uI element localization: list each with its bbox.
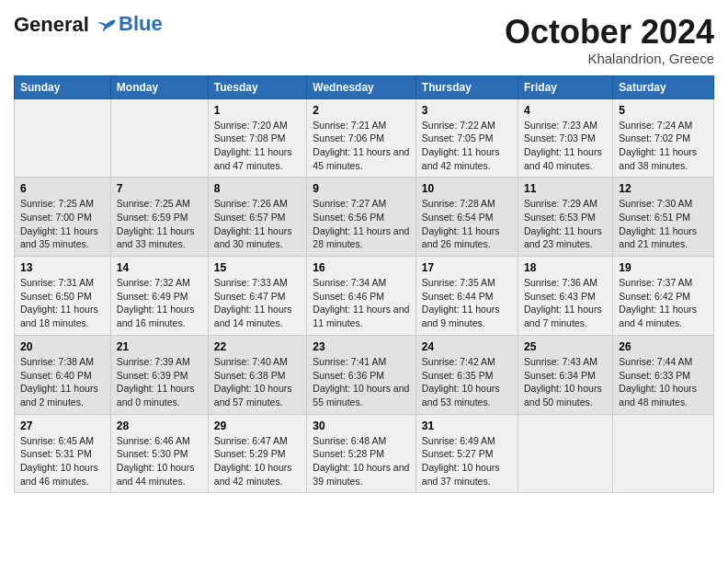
day-number: 31 [422, 419, 512, 432]
calendar-cell: 10Sunrise: 7:28 AMSunset: 6:54 PMDayligh… [415, 178, 518, 257]
day-info: Sunrise: 7:35 AMSunset: 6:44 PMDaylight:… [422, 276, 512, 330]
day-number: 4 [524, 104, 607, 117]
day-number: 24 [422, 340, 512, 353]
calendar-cell: 3Sunrise: 7:22 AMSunset: 7:05 PMDaylight… [415, 98, 518, 178]
day-info: Sunrise: 6:48 AMSunset: 5:28 PMDaylight:… [313, 434, 410, 488]
calendar-cell: 17Sunrise: 7:35 AMSunset: 6:44 PMDayligh… [415, 257, 518, 336]
day-info: Sunrise: 7:25 AMSunset: 7:00 PMDaylight:… [20, 197, 105, 251]
week-row: 6Sunrise: 7:25 AMSunset: 7:00 PMDaylight… [15, 178, 714, 257]
day-number: 5 [619, 104, 708, 117]
day-number: 27 [20, 419, 105, 432]
calendar-cell: 7Sunrise: 7:25 AMSunset: 6:59 PMDaylight… [110, 178, 208, 257]
day-number: 18 [524, 261, 607, 274]
calendar-cell: 22Sunrise: 7:40 AMSunset: 6:38 PMDayligh… [208, 335, 306, 414]
calendar-header-row: SundayMondayTuesdayWednesdayThursdayFrid… [15, 75, 714, 98]
calendar-cell [110, 98, 208, 178]
calendar-cell: 27Sunrise: 6:45 AMSunset: 5:31 PMDayligh… [15, 414, 111, 493]
day-info: Sunrise: 7:25 AMSunset: 6:59 PMDaylight:… [117, 197, 202, 251]
calendar-cell: 11Sunrise: 7:29 AMSunset: 6:53 PMDayligh… [518, 178, 613, 257]
day-info: Sunrise: 7:27 AMSunset: 6:56 PMDaylight:… [313, 197, 410, 251]
day-number: 16 [313, 261, 410, 274]
calendar-cell: 6Sunrise: 7:25 AMSunset: 7:00 PMDaylight… [15, 178, 111, 257]
location: Khalandrion, Greece [505, 51, 714, 66]
day-info: Sunrise: 7:41 AMSunset: 6:36 PMDaylight:… [313, 355, 410, 409]
calendar-cell: 9Sunrise: 7:27 AMSunset: 6:56 PMDaylight… [307, 178, 416, 257]
calendar-cell: 13Sunrise: 7:31 AMSunset: 6:50 PMDayligh… [15, 257, 111, 336]
day-info: Sunrise: 6:45 AMSunset: 5:31 PMDaylight:… [20, 434, 105, 488]
day-info: Sunrise: 7:43 AMSunset: 6:34 PMDaylight:… [524, 355, 607, 409]
day-number: 12 [619, 182, 708, 195]
day-number: 6 [20, 182, 105, 195]
week-row: 20Sunrise: 7:38 AMSunset: 6:40 PMDayligh… [15, 335, 714, 414]
calendar-cell [613, 414, 714, 493]
day-number: 21 [117, 340, 202, 353]
weekday-header: Monday [110, 75, 208, 98]
calendar-cell: 21Sunrise: 7:39 AMSunset: 6:39 PMDayligh… [110, 335, 208, 414]
title-block: October 2024 Khalandrion, Greece [505, 14, 714, 66]
day-info: Sunrise: 7:44 AMSunset: 6:33 PMDaylight:… [619, 355, 708, 409]
day-number: 10 [422, 182, 512, 195]
day-number: 1 [214, 104, 301, 117]
logo-bird-icon [97, 16, 117, 36]
logo-text: General [14, 14, 117, 36]
day-info: Sunrise: 7:34 AMSunset: 6:46 PMDaylight:… [313, 276, 410, 330]
day-info: Sunrise: 7:20 AMSunset: 7:08 PMDaylight:… [214, 119, 301, 173]
day-number: 17 [422, 261, 512, 274]
calendar-cell: 23Sunrise: 7:41 AMSunset: 6:36 PMDayligh… [307, 335, 416, 414]
logo-general: General [14, 13, 89, 36]
day-number: 25 [524, 340, 607, 353]
day-info: Sunrise: 7:40 AMSunset: 6:38 PMDaylight:… [214, 355, 301, 409]
day-number: 28 [117, 419, 202, 432]
weekday-header: Wednesday [307, 75, 416, 98]
weekday-header: Tuesday [208, 75, 306, 98]
day-info: Sunrise: 7:38 AMSunset: 6:40 PMDaylight:… [20, 355, 105, 409]
day-info: Sunrise: 7:22 AMSunset: 7:05 PMDaylight:… [422, 119, 512, 173]
header: General Blue October 2024 Khalandrion, G… [14, 14, 714, 66]
day-number: 14 [117, 261, 202, 274]
day-number: 15 [214, 261, 301, 274]
calendar-cell: 31Sunrise: 6:49 AMSunset: 5:27 PMDayligh… [415, 414, 518, 493]
day-info: Sunrise: 7:42 AMSunset: 6:35 PMDaylight:… [422, 355, 512, 409]
week-row: 13Sunrise: 7:31 AMSunset: 6:50 PMDayligh… [15, 257, 714, 336]
calendar-cell: 8Sunrise: 7:26 AMSunset: 6:57 PMDaylight… [208, 178, 306, 257]
calendar-cell: 18Sunrise: 7:36 AMSunset: 6:43 PMDayligh… [518, 257, 613, 336]
day-info: Sunrise: 7:31 AMSunset: 6:50 PMDaylight:… [20, 276, 105, 330]
day-info: Sunrise: 7:30 AMSunset: 6:51 PMDaylight:… [619, 197, 708, 251]
day-number: 3 [422, 104, 512, 117]
logo: General Blue [14, 14, 163, 36]
calendar-cell [15, 98, 111, 178]
logo-blue: Blue [119, 13, 163, 35]
day-info: Sunrise: 6:46 AMSunset: 5:30 PMDaylight:… [117, 434, 202, 488]
weekday-header: Sunday [15, 75, 111, 98]
calendar-cell: 20Sunrise: 7:38 AMSunset: 6:40 PMDayligh… [15, 335, 111, 414]
calendar-cell: 14Sunrise: 7:32 AMSunset: 6:49 PMDayligh… [110, 257, 208, 336]
day-number: 22 [214, 340, 301, 353]
day-number: 26 [619, 340, 708, 353]
calendar-cell: 19Sunrise: 7:37 AMSunset: 6:42 PMDayligh… [613, 257, 714, 336]
week-row: 1Sunrise: 7:20 AMSunset: 7:08 PMDaylight… [15, 98, 714, 178]
calendar-cell: 29Sunrise: 6:47 AMSunset: 5:29 PMDayligh… [208, 414, 306, 493]
day-info: Sunrise: 7:32 AMSunset: 6:49 PMDaylight:… [117, 276, 202, 330]
calendar-cell: 4Sunrise: 7:23 AMSunset: 7:03 PMDaylight… [518, 98, 613, 178]
day-number: 23 [313, 340, 410, 353]
calendar-cell: 25Sunrise: 7:43 AMSunset: 6:34 PMDayligh… [518, 335, 613, 414]
day-number: 11 [524, 182, 607, 195]
day-number: 29 [214, 419, 301, 432]
day-info: Sunrise: 7:37 AMSunset: 6:42 PMDaylight:… [619, 276, 708, 330]
day-number: 2 [313, 104, 410, 117]
calendar-table: SundayMondayTuesdayWednesdayThursdayFrid… [14, 75, 714, 494]
day-info: Sunrise: 7:24 AMSunset: 7:02 PMDaylight:… [619, 119, 708, 173]
day-number: 20 [20, 340, 105, 353]
calendar-cell: 2Sunrise: 7:21 AMSunset: 7:06 PMDaylight… [307, 98, 416, 178]
weekday-header: Saturday [613, 75, 714, 98]
weekday-header: Thursday [415, 75, 518, 98]
day-info: Sunrise: 7:28 AMSunset: 6:54 PMDaylight:… [422, 197, 512, 251]
day-info: Sunrise: 7:23 AMSunset: 7:03 PMDaylight:… [524, 119, 607, 173]
day-number: 30 [313, 419, 410, 432]
day-number: 8 [214, 182, 301, 195]
calendar-cell: 28Sunrise: 6:46 AMSunset: 5:30 PMDayligh… [110, 414, 208, 493]
day-info: Sunrise: 7:33 AMSunset: 6:47 PMDaylight:… [214, 276, 301, 330]
calendar-cell: 24Sunrise: 7:42 AMSunset: 6:35 PMDayligh… [415, 335, 518, 414]
day-info: Sunrise: 7:39 AMSunset: 6:39 PMDaylight:… [117, 355, 202, 409]
day-info: Sunrise: 7:26 AMSunset: 6:57 PMDaylight:… [214, 197, 301, 251]
